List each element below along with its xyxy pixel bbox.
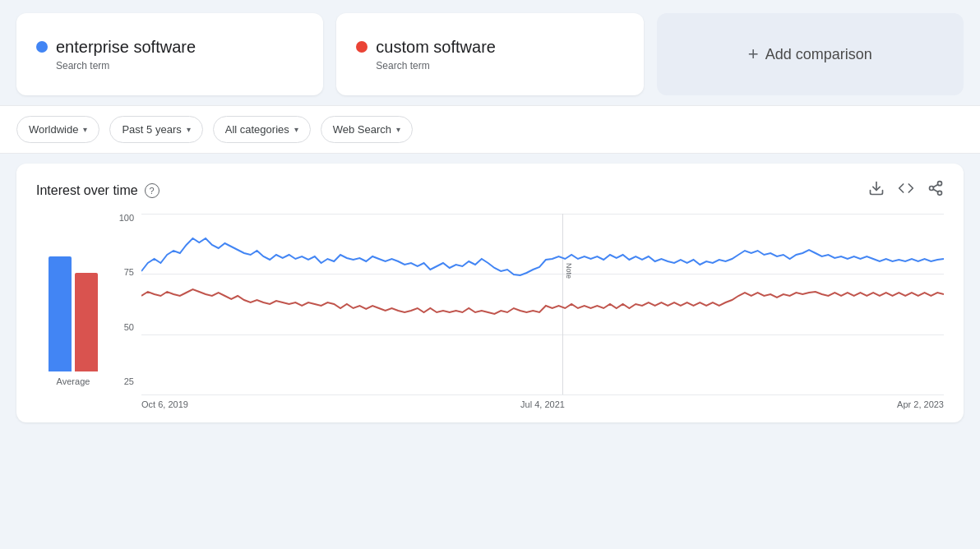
- chart-header: Interest over time ?: [36, 180, 944, 201]
- y-label-75: 75: [110, 268, 139, 277]
- add-comparison-label: Add comparison: [765, 46, 872, 63]
- avg-label: Average: [57, 376, 90, 386]
- term2-type: Search term: [376, 60, 623, 72]
- x-label-2019: Oct 6, 2019: [141, 399, 188, 409]
- filter-category[interactable]: All categories ▾: [213, 116, 311, 143]
- term1-dot: [36, 41, 48, 53]
- chart-title-row: Interest over time ?: [36, 183, 159, 198]
- enterprise-line: [141, 238, 944, 275]
- y-label-25: 25: [110, 377, 139, 386]
- chart-title: Interest over time: [36, 183, 138, 198]
- filter-time-label: Past 5 years: [122, 123, 181, 136]
- term-card-2: custom software Search term: [336, 13, 643, 95]
- add-comparison-card[interactable]: + Add comparison: [657, 13, 964, 95]
- filter-region[interactable]: Worldwide ▾: [16, 116, 99, 143]
- avg-bars: [44, 214, 102, 371]
- filter-search-type-label: Web Search: [333, 123, 391, 136]
- avg-bar-custom: [75, 273, 98, 371]
- filter-search-type[interactable]: Web Search ▾: [321, 116, 413, 143]
- term1-name-row: enterprise software: [36, 38, 303, 57]
- line-chart-svg: [141, 214, 944, 394]
- plus-icon: +: [748, 44, 759, 65]
- download-button[interactable]: [868, 180, 885, 201]
- x-label-2021: Jul 4, 2021: [520, 399, 565, 409]
- chart-body: Average 100 75 50 25: [36, 214, 944, 409]
- x-axis-labels: Oct 6, 2019 Jul 4, 2021 Apr 2, 2023: [141, 399, 944, 409]
- filter-category-chevron: ▾: [294, 125, 298, 134]
- filter-category-label: All categories: [225, 123, 289, 136]
- filter-time-chevron: ▾: [187, 125, 191, 134]
- add-comparison-label-row: + Add comparison: [748, 44, 872, 65]
- chart-section: Interest over time ?: [16, 164, 964, 422]
- share-button[interactable]: [927, 180, 944, 201]
- svg-line-4: [933, 189, 938, 191]
- svg-line-5: [933, 184, 938, 187]
- avg-bar-enterprise: [49, 256, 72, 371]
- term2-dot: [356, 41, 368, 53]
- filter-search-type-chevron: ▾: [396, 125, 400, 134]
- top-section: enterprise software Search term custom s…: [0, 0, 980, 105]
- filter-time[interactable]: Past 5 years ▾: [109, 116, 202, 143]
- average-col: Average: [36, 214, 110, 409]
- term1-name: enterprise software: [56, 38, 196, 57]
- chart-canvas: Note: [141, 214, 944, 394]
- y-axis: 100 75 50 25: [110, 214, 139, 386]
- x-label-2023: Apr 2, 2023: [897, 399, 944, 409]
- custom-line: [141, 289, 944, 314]
- filter-region-label: Worldwide: [29, 123, 78, 136]
- filter-bar: Worldwide ▾ Past 5 years ▾ All categorie…: [0, 105, 980, 154]
- term2-name: custom software: [376, 38, 496, 57]
- term-card-1: enterprise software Search term: [16, 13, 323, 95]
- y-label-50: 50: [110, 323, 139, 332]
- grid-line-25: [141, 394, 944, 395]
- term2-name-row: custom software: [356, 38, 623, 57]
- chart-actions: [868, 180, 944, 201]
- term1-type: Search term: [56, 60, 303, 72]
- help-icon[interactable]: ?: [145, 183, 159, 198]
- embed-button[interactable]: [898, 180, 914, 201]
- y-label-100: 100: [110, 214, 139, 223]
- main-chart-area: 100 75 50 25 Note: [110, 214, 944, 409]
- filter-region-chevron: ▾: [83, 125, 87, 134]
